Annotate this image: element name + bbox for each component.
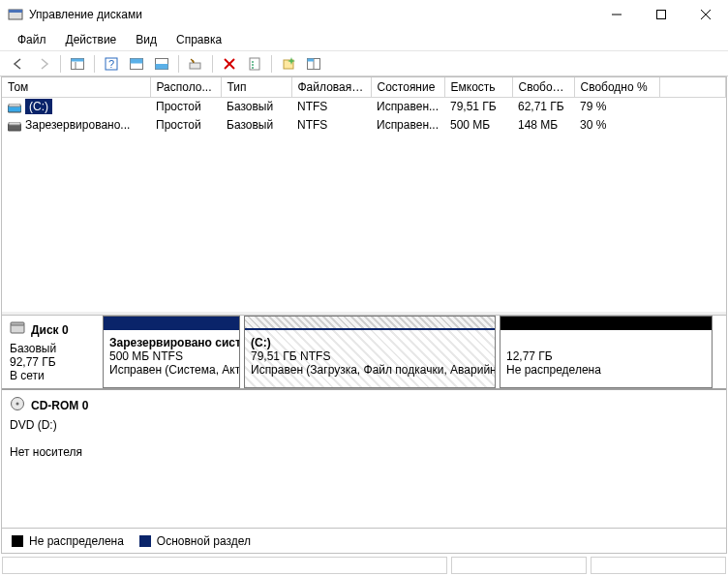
close-button[interactable] bbox=[683, 0, 728, 29]
help-button[interactable]: ? bbox=[100, 53, 123, 75]
col-freepct[interactable]: Свободно % bbox=[574, 77, 659, 98]
menubar: Файл Действие Вид Справка bbox=[0, 29, 728, 50]
toolbar: ? bbox=[0, 51, 728, 76]
svg-point-20 bbox=[252, 64, 254, 66]
partition[interactable]: 12,77 ГБНе распределена bbox=[500, 316, 713, 388]
volume-icon bbox=[8, 121, 21, 131]
menu-view[interactable]: Вид bbox=[126, 31, 167, 48]
svg-text:?: ? bbox=[108, 58, 114, 70]
legend-primary: Основной раздел bbox=[139, 534, 251, 548]
minimize-button[interactable] bbox=[594, 0, 639, 29]
svg-rect-25 bbox=[308, 58, 315, 61]
disk-icon bbox=[10, 321, 25, 338]
menu-action[interactable]: Действие bbox=[56, 31, 127, 48]
view-bottom-button[interactable] bbox=[150, 53, 173, 75]
svg-rect-1 bbox=[9, 10, 22, 13]
layout-button[interactable] bbox=[302, 53, 325, 75]
svg-point-33 bbox=[16, 403, 19, 406]
svg-point-19 bbox=[252, 61, 254, 63]
svg-rect-3 bbox=[657, 11, 666, 19]
svg-rect-12 bbox=[131, 58, 143, 63]
table-row[interactable]: (C:)ПростойБазовыйNTFSИсправен...79,51 Г… bbox=[2, 98, 726, 116]
col-free[interactable]: Свобод... bbox=[512, 77, 574, 98]
svg-rect-18 bbox=[250, 58, 259, 70]
graphical-view: Диск 0Базовый92,77 ГБВ сетиЗарезервирова… bbox=[2, 315, 726, 528]
partition-body: 12,77 ГБНе распределена bbox=[500, 330, 712, 387]
partition-stripe bbox=[104, 317, 239, 330]
forward-button[interactable] bbox=[32, 53, 55, 75]
back-button[interactable] bbox=[7, 53, 30, 75]
disk-header: CD-ROM 0DVD (D:)Нет носителя bbox=[2, 390, 101, 465]
partition[interactable]: Зарезервировано системой500 МБ NTFSИспра… bbox=[103, 316, 240, 388]
svg-rect-7 bbox=[72, 58, 84, 61]
legend: Не распределена Основной раздел bbox=[2, 528, 726, 553]
col-fs[interactable]: Файловая с... bbox=[291, 77, 371, 98]
column-header-row[interactable]: Том Располо... Тип Файловая с... Состоян… bbox=[2, 77, 726, 98]
partition-stripe bbox=[245, 317, 495, 330]
settings-button[interactable] bbox=[184, 53, 207, 75]
statusbar bbox=[0, 555, 728, 576]
partition-stripe bbox=[500, 317, 712, 330]
disk-partitions: Зарезервировано системой500 МБ NTFSИспра… bbox=[101, 316, 726, 388]
menu-help[interactable]: Справка bbox=[167, 31, 231, 48]
partition[interactable]: (C:)79,51 ГБ NTFSИсправен (Загрузка, Фай… bbox=[244, 316, 496, 388]
delete-button[interactable] bbox=[218, 53, 241, 75]
status-pane-3 bbox=[591, 557, 726, 574]
disk-partitions bbox=[101, 390, 726, 465]
disk-header: Диск 0Базовый92,77 ГБВ сети bbox=[2, 316, 101, 388]
status-pane-2 bbox=[451, 557, 587, 574]
svg-rect-29 bbox=[9, 122, 20, 125]
partition-body: Зарезервировано системой500 МБ NTFSИспра… bbox=[104, 330, 239, 387]
menu-file[interactable]: Файл bbox=[8, 31, 56, 48]
legend-unallocated: Не распределена bbox=[12, 534, 124, 548]
partition-body: (C:)79,51 ГБ NTFSИсправен (Загрузка, Фай… bbox=[245, 330, 495, 387]
status-pane-main bbox=[2, 557, 447, 574]
show-hide-tree-button[interactable] bbox=[66, 53, 89, 75]
view-top-button[interactable] bbox=[125, 53, 148, 75]
table-row[interactable]: Зарезервировано...ПростойБазовыйNTFSИспр… bbox=[2, 116, 726, 135]
col-type[interactable]: Тип bbox=[221, 77, 291, 98]
maximize-button[interactable] bbox=[639, 0, 683, 29]
svg-rect-31 bbox=[11, 322, 24, 325]
col-status[interactable]: Состояние bbox=[371, 77, 444, 98]
svg-rect-14 bbox=[156, 64, 168, 70]
col-capacity[interactable]: Емкость bbox=[444, 77, 512, 98]
disk-row[interactable]: CD-ROM 0DVD (D:)Нет носителя bbox=[2, 390, 726, 465]
volume-list[interactable]: Том Располо... Тип Файловая с... Состоян… bbox=[2, 77, 726, 315]
titlebar: Управление дисками bbox=[0, 0, 728, 29]
col-spacer bbox=[659, 77, 726, 98]
window-title: Управление дисками bbox=[29, 8, 142, 21]
volume-icon bbox=[8, 103, 21, 112]
col-layout[interactable]: Располо... bbox=[150, 77, 221, 98]
disk-icon bbox=[10, 396, 25, 414]
new-button[interactable] bbox=[277, 53, 300, 75]
app-icon bbox=[8, 7, 23, 22]
svg-point-21 bbox=[252, 67, 254, 69]
content-area: Том Располо... Тип Файловая с... Состоян… bbox=[1, 76, 727, 554]
disk-row[interactable]: Диск 0Базовый92,77 ГБВ сетиЗарезервирова… bbox=[2, 316, 726, 390]
svg-rect-15 bbox=[190, 63, 200, 69]
col-volume[interactable]: Том bbox=[2, 77, 150, 98]
properties-button[interactable] bbox=[243, 53, 266, 75]
svg-rect-27 bbox=[9, 104, 20, 106]
